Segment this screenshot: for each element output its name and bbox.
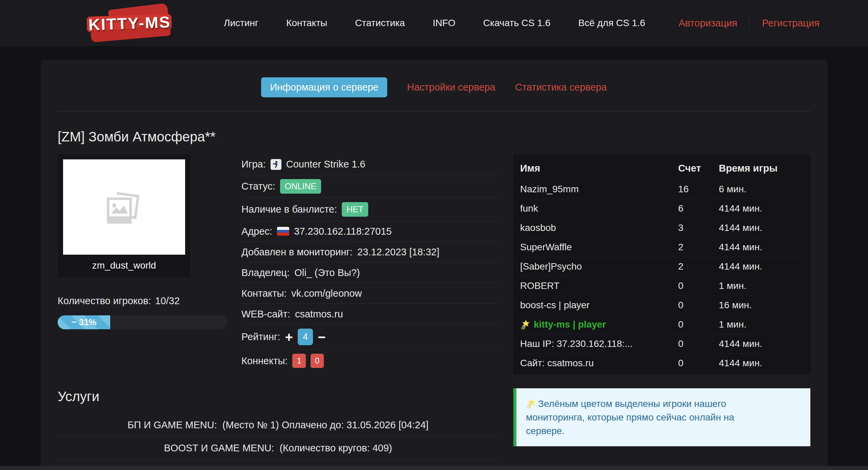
tab-server-settings[interactable]: Настройки сервера: [407, 82, 495, 93]
player-score: 0: [678, 358, 719, 369]
field-label: WEB-сайт:: [241, 309, 290, 320]
players-count-value: 10/32: [155, 295, 180, 306]
player-name: kaosbob: [520, 222, 556, 233]
player-time: 1 мин.: [719, 280, 804, 291]
map-name: zm_dust_world: [63, 255, 185, 273]
players-table: Имя Счет Время игры Nazim_95mm 16 6 мин.…: [513, 154, 810, 375]
table-row: boost-cs | player 0 16 мин.: [520, 295, 804, 315]
login-link[interactable]: Авторизация: [678, 18, 737, 29]
map-image-card[interactable]: zm_dust_world: [58, 154, 191, 278]
bottom-edge-strip: [0, 466, 868, 470]
tabs-divider: [58, 111, 810, 112]
player-time: 16 мин.: [719, 300, 804, 311]
auth-links: Авторизация Регистрация: [678, 17, 820, 29]
main-nav: Листинг Контакты Статистика INFO Скачать…: [224, 18, 645, 28]
nav-item-download-cs[interactable]: Скачать CS 1.6: [483, 18, 550, 28]
field-website: WEB-сайт: csatmos.ru: [241, 303, 498, 324]
player-score: 16: [678, 184, 719, 195]
col-time: Время игры: [719, 163, 804, 174]
field-label: Коннекты:: [241, 355, 288, 367]
players-count-label: Количество игроков:: [58, 295, 151, 306]
server-panel: Информация о сервере Настройки сервера С…: [41, 60, 827, 470]
top-navbar: KITTY-MS Листинг Контакты Статистика INF…: [0, 0, 868, 46]
players-progress-label: ~ 31%: [71, 317, 96, 328]
status-badge: ONLINE: [280, 179, 321, 194]
field-label: Наличие в банлисте:: [241, 204, 337, 215]
server-info-list: Игра: Counter Strike 1.6: [241, 154, 498, 372]
broken-image-icon: [105, 189, 143, 226]
field-game: Игра: Counter Strike 1.6: [241, 154, 498, 175]
field-label: Игра:: [241, 159, 266, 170]
table-row: Сайт: csatmos.ru 0 4144 мин.: [520, 353, 804, 373]
nav-item-info[interactable]: INFO: [433, 18, 455, 28]
players-progress-fill: ~ 31%: [58, 315, 110, 329]
service-row-bp-game-menu: БП И GAME MENU:(Место № 1) Оплачено до: …: [58, 414, 498, 437]
notice-text: Зелёным цветом выделены игроки нашего мо…: [526, 398, 734, 436]
field-address: Адрес: 37.230.162.118:27015: [241, 221, 498, 241]
server-ip-value[interactable]: 37.230.162.118:27015: [294, 226, 392, 237]
field-connects: Коннекты: 1 0: [241, 349, 498, 372]
player-time: 6 мин.: [719, 184, 804, 195]
rating-value-badge: 4: [298, 329, 313, 345]
player-score: 0: [678, 280, 719, 291]
tab-server-info[interactable]: Информация о сервере: [261, 77, 387, 97]
field-label: Добавлен в мониторинг:: [241, 247, 353, 258]
players-count-line: Количество игроков:10/32: [58, 295, 191, 307]
field-label: Владелец:: [241, 267, 290, 278]
table-row: Наш IP: 37.230.162.118:... 0 4144 мин.: [520, 334, 804, 353]
nav-item-contacts[interactable]: Контакты: [286, 18, 327, 28]
player-score: 0: [678, 338, 719, 349]
russia-flag-icon: [277, 227, 289, 236]
player-time: 4144 мин.: [719, 242, 804, 253]
player-score: 0: [678, 319, 719, 330]
nav-item-all-for-cs[interactable]: Всё для CS 1.6: [578, 18, 645, 28]
owner-value[interactable]: Oli_ (Это Вы?): [294, 267, 360, 278]
col-score: Счет: [678, 163, 719, 174]
map-image-placeholder: [63, 159, 185, 255]
nav-item-listing[interactable]: Листинг: [224, 18, 258, 28]
player-name: Сайт: csatmos.ru: [520, 358, 594, 369]
player-time: 4144 мин.: [719, 203, 804, 214]
cs16-game-icon: [271, 159, 281, 170]
table-row: kaosbob 3 4144 мин.: [520, 218, 804, 237]
col-name: Имя: [520, 163, 678, 174]
player-score: 6: [678, 203, 719, 214]
player-name: kitty-ms | player: [534, 319, 606, 330]
player-time: 4144 мин.: [719, 358, 804, 369]
register-link[interactable]: Регистрация: [762, 18, 820, 29]
player-time: 4144 мин.: [719, 338, 804, 349]
table-row: SuperWaffle 2 4144 мин.: [520, 237, 804, 257]
table-row: ROBERT 0 1 мин.: [520, 276, 804, 295]
services-section: Услуги БП И GAME MENU:(Место № 1) Оплаче…: [58, 389, 498, 470]
rating-plus-button[interactable]: +: [285, 332, 293, 342]
field-label: Статус:: [241, 181, 275, 192]
banlist-badge: НЕТ: [342, 202, 368, 217]
auth-divider: [749, 17, 750, 29]
service-label: BOOST И GAME MENU:: [164, 443, 274, 453]
player-name: Nazim_95mm: [520, 184, 579, 195]
field-rating: Рейтинг: + 4 −: [241, 324, 498, 349]
field-banlist: Наличие в банлисте: НЕТ: [241, 198, 498, 221]
field-label: Адрес:: [241, 226, 272, 237]
player-time: 4144 мин.: [719, 261, 804, 272]
player-name: Наш IP: 37.230.162.118:...: [520, 338, 633, 349]
tab-server-statistics[interactable]: Статистика сервера: [515, 82, 607, 93]
monitoring-notice: Зелёным цветом выделены игроки нашего мо…: [513, 388, 810, 446]
players-progress-bar: ~ 31%: [58, 315, 227, 329]
player-time: 4144 мин.: [719, 222, 804, 233]
player-name: [Saber]Psycho: [520, 261, 582, 272]
nav-item-statistics[interactable]: Статистика: [355, 18, 405, 28]
shooting-star-icon: [520, 319, 530, 330]
contacts-link[interactable]: vk.com/gleonow: [291, 288, 362, 299]
logo-text: KITTY-MS: [84, 12, 175, 34]
website-link[interactable]: csatmos.ru: [295, 309, 343, 320]
table-row-highlighted-monitoring-player: kitty-ms | player 0 1 мин.: [520, 315, 804, 334]
field-owner: Владелец: Oli_ (Это Вы?): [241, 262, 498, 283]
shooting-star-icon: [526, 398, 536, 409]
services-heading: Услуги: [58, 389, 498, 404]
field-value: Counter Strike 1.6: [286, 159, 366, 170]
player-score: 2: [678, 242, 719, 253]
player-name: SuperWaffle: [520, 242, 572, 253]
site-logo[interactable]: KITTY-MS: [85, 5, 175, 41]
rating-minus-button[interactable]: −: [318, 332, 326, 342]
